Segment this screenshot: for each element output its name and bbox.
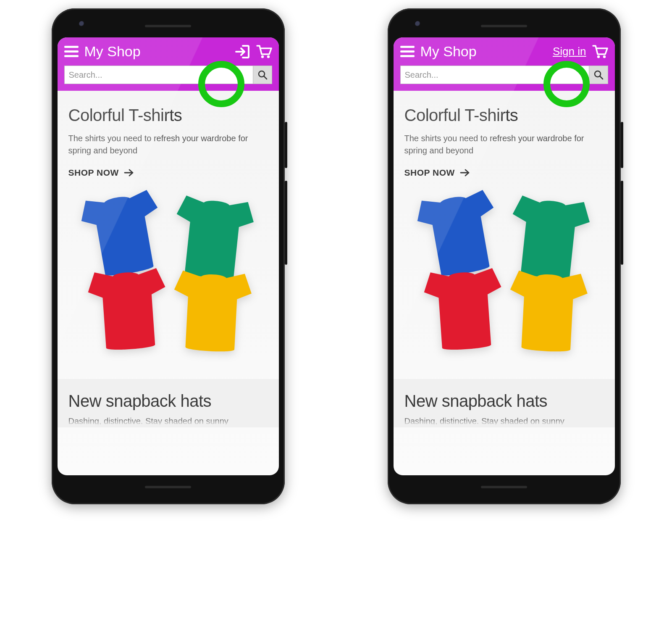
phone-mockup-text-variant: My Shop Sign in Colorful T-shir [388,8,621,504]
search-icon [257,70,268,80]
search-input[interactable] [64,66,253,84]
app-screen: My Shop [58,37,279,475]
front-camera [79,21,85,27]
device-top-bar [394,14,615,37]
section-secondary: New snapback hats Dashing, distinctive. … [58,379,279,427]
section-subtitle: The shirts you need to refresh your ward… [404,132,604,157]
cart-icon[interactable] [256,44,272,59]
main-content: Colorful T-shirts The shirts you need to… [58,91,279,427]
phone-mockup-icon-variant: My Shop [52,8,285,504]
search-button[interactable] [589,66,608,84]
device-side-button [285,122,287,168]
menu-icon[interactable] [400,46,415,57]
app-title: My Shop [420,43,547,60]
device-side-button [621,122,623,168]
signin-icon[interactable] [235,44,250,59]
search-bar [64,66,272,84]
speaker-grille [145,486,191,488]
hero-image [404,190,604,357]
signin-link[interactable]: Sign in [553,45,586,58]
app-header: My Shop [58,37,279,91]
cart-icon[interactable] [592,44,608,59]
section-title: New snapback hats [404,392,604,411]
speaker-grille [145,25,191,27]
search-bar [400,66,608,84]
menu-icon[interactable] [64,46,79,57]
section-title: Colorful T-shirts [68,106,268,125]
cta-label: SHOP NOW [68,168,119,178]
app-screen: My Shop Sign in Colorful T-shir [394,37,615,475]
search-button[interactable] [253,66,272,84]
section-secondary: New snapback hats Dashing, distinctive. … [394,379,615,427]
shop-now-button[interactable]: SHOP NOW [68,168,134,178]
speaker-grille [481,25,527,27]
app-header: My Shop Sign in [394,37,615,91]
section-subtitle: The shirts you need to refresh your ward… [68,132,268,157]
section-subtitle-truncated: Dashing, distinctive. Stay shaded on sun… [404,416,604,426]
shop-now-button[interactable]: SHOP NOW [404,168,470,178]
cta-label: SHOP NOW [404,168,455,178]
app-title: My Shop [84,43,229,60]
front-camera [415,21,421,27]
device-bottom-bar [58,475,279,498]
main-content: Colorful T-shirts The shirts you need to… [394,91,615,427]
section-title: Colorful T-shirts [404,106,604,125]
device-side-button [621,181,623,265]
section-title: New snapback hats [68,392,268,411]
section-subtitle-truncated: Dashing, distinctive. Stay shaded on sun… [68,416,268,426]
device-bottom-bar [394,475,615,498]
search-input[interactable] [400,66,589,84]
search-icon [593,70,604,80]
speaker-grille [481,486,527,488]
device-side-button [285,181,287,265]
arrow-right-icon [460,168,470,177]
comparison-stage: My Shop [0,0,672,619]
arrow-right-icon [124,168,134,177]
device-top-bar [58,14,279,37]
hero-image [68,190,268,357]
